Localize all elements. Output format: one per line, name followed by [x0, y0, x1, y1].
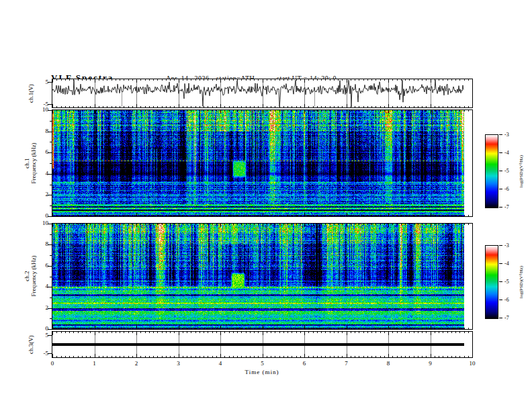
- volt-tick-label: -5: [36, 101, 48, 107]
- colorbar-tick: [499, 134, 502, 135]
- freq-major-tick: [48, 110, 52, 111]
- sp1-axis-label-line1: ch.1: [24, 158, 30, 168]
- ch2-spectrogram-canvas: [52, 224, 472, 329]
- freq-minor-tick: [50, 163, 52, 164]
- colorbar-tick-label: -6: [504, 186, 509, 192]
- freq-tick-label: 6: [36, 262, 48, 269]
- colorbar-2: [485, 245, 498, 319]
- ch1-spectrogram-panel: [52, 109, 473, 217]
- colorbar-tick: [499, 171, 502, 171]
- freq-minor-tick: [50, 318, 52, 319]
- freq-minor-tick: [50, 277, 52, 277]
- x-tick-label: 8: [380, 360, 396, 367]
- x-tick-label: 2: [128, 360, 144, 367]
- freq-major-tick: [48, 266, 52, 267]
- freq-tick-label: 2: [36, 304, 48, 311]
- x-tick-label: 7: [339, 360, 355, 367]
- volt-major-tick: [48, 335, 52, 336]
- colorbar-2-label: log(PSD)(V²/Hz): [518, 266, 525, 298]
- colorbar-tick: [499, 152, 502, 153]
- ch1-waveform-panel: [52, 79, 473, 108]
- freq-major-tick: [48, 308, 52, 309]
- freq-minor-tick: [50, 234, 52, 235]
- volt-tick-label: 5: [36, 332, 48, 338]
- x-tick-label: 9: [423, 360, 439, 367]
- time-axis-label: Time (min): [245, 369, 279, 375]
- colorbar-tick: [499, 189, 502, 189]
- volt-major-tick: [48, 353, 52, 354]
- ch3v-axis-label: ch.3(V): [28, 335, 34, 354]
- freq-minor-tick: [50, 255, 52, 256]
- colorbar-tick-label: -4: [504, 261, 509, 267]
- vlf-spectra-figure: VLF Spectra Apr. 14 , 2026 station=ATH s…: [0, 0, 532, 411]
- freq-tick-label: 10: [36, 220, 48, 226]
- ch3-waveform-panel: [52, 331, 473, 358]
- freq-major-tick: [48, 152, 52, 153]
- freq-tick-label: 4: [36, 283, 48, 289]
- sp1-axis-label: ch.1 Frequency (kHz): [24, 142, 37, 183]
- colorbar-tick: [499, 318, 502, 318]
- colorbar-tick-label: -5: [504, 168, 509, 174]
- sp2-axis-label-line1: ch.2: [24, 271, 30, 281]
- colorbar-1-label: log(PSD)(V²/Hz): [518, 155, 525, 187]
- colorbar-tick: [499, 300, 502, 300]
- freq-major-tick: [48, 244, 52, 245]
- volt-tick-label: -5: [36, 350, 48, 357]
- x-tick-label: 1: [87, 360, 103, 367]
- sp2-axis-label: ch.2 Frequency (kHz): [24, 255, 37, 296]
- freq-tick-label: 6: [36, 148, 48, 155]
- freq-tick-label: 2: [36, 191, 48, 197]
- colorbar-tick-label: -3: [504, 242, 509, 248]
- ch1-spectrogram-canvas: [52, 110, 472, 216]
- colorbar-tick-label: -7: [504, 315, 509, 321]
- freq-major-tick: [48, 216, 52, 217]
- freq-tick-label: 8: [36, 128, 48, 134]
- ch1v-axis-label: ch.1(V): [28, 84, 34, 103]
- freq-minor-tick: [50, 121, 52, 122]
- colorbar-1: [485, 134, 498, 208]
- ch2-spectrogram-panel: [52, 223, 473, 330]
- freq-major-tick: [48, 132, 52, 132]
- colorbar-2-canvas: [486, 246, 498, 318]
- colorbar-tick-label: -3: [504, 132, 509, 138]
- x-tick-label: 3: [171, 360, 187, 367]
- colorbar-tick-label: -5: [504, 279, 509, 285]
- volt-major-tick: [48, 104, 52, 105]
- ch3-waveform-canvas: [52, 332, 472, 357]
- freq-major-tick: [48, 329, 52, 330]
- x-tick-label: 6: [296, 360, 312, 367]
- freq-minor-tick: [50, 298, 52, 298]
- freq-minor-tick: [50, 142, 52, 142]
- colorbar-tick: [499, 281, 502, 282]
- freq-tick-label: 0: [36, 212, 48, 219]
- colorbar-1-canvas: [486, 135, 498, 208]
- colorbar-tick-label: -4: [504, 150, 509, 156]
- freq-major-tick: [48, 224, 52, 224]
- colorbar-tick: [499, 207, 502, 208]
- colorbar-tick: [499, 263, 502, 264]
- x-tick-label: 5: [255, 360, 271, 367]
- volt-major-tick: [48, 82, 52, 83]
- freq-major-tick: [48, 174, 52, 175]
- freq-minor-tick: [50, 185, 52, 185]
- colorbar-tick-label: -6: [504, 297, 509, 303]
- x-tick-label: 10: [464, 360, 480, 367]
- freq-major-tick: [48, 195, 52, 195]
- freq-tick-label: 8: [36, 240, 48, 247]
- x-tick-label: 4: [212, 360, 228, 367]
- freq-major-tick: [48, 287, 52, 287]
- ch1-waveform-canvas: [52, 79, 472, 107]
- colorbar-tick-label: -7: [504, 204, 509, 210]
- x-tick-label: 0: [44, 360, 60, 367]
- freq-tick-label: 0: [36, 325, 48, 332]
- freq-tick-label: 4: [36, 170, 48, 177]
- freq-minor-tick: [50, 205, 52, 206]
- volt-tick-label: 5: [36, 79, 48, 85]
- colorbar-tick: [499, 245, 502, 246]
